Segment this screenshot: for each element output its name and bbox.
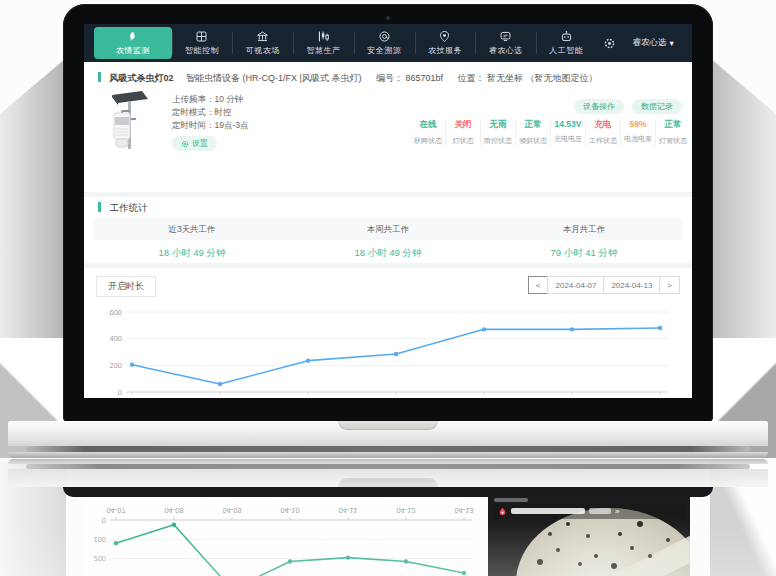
stats-col-header: 本月共工作: [486, 218, 682, 240]
nav-item-label: 睿农心选: [489, 45, 523, 56]
status-value: 正常: [516, 119, 550, 131]
chat-icon: [499, 30, 512, 43]
info-line: 上传频率：10 分钟: [172, 93, 249, 106]
svg-text:200: 200: [93, 554, 106, 563]
data-records-button[interactable]: 数据记录: [632, 99, 682, 114]
nav-item-smart-production[interactable]: 智慧生产: [293, 24, 354, 62]
nav-item-smart-control[interactable]: 智能控制: [172, 24, 233, 62]
status-value: 正常: [656, 119, 690, 131]
svg-text:200: 200: [109, 361, 122, 370]
device-photo: [102, 89, 158, 155]
settings-button-label: 设置: [192, 138, 208, 149]
svg-text:04-07: 04-07: [122, 397, 141, 398]
svg-text:04-13: 04-13: [650, 397, 669, 398]
nav-item-agri-service[interactable]: 农技服务: [415, 24, 476, 62]
camera-caption: »: [493, 504, 685, 519]
nav-item-mall[interactable]: 睿农心选: [475, 24, 536, 62]
status-work: 充电工作状态: [585, 119, 620, 146]
svg-text:04-12: 04-12: [562, 397, 581, 398]
status-lamp: 关闭灯状态: [445, 119, 480, 146]
reflection-screen: 010020004-0704-0804-0904-1004-1104-1204-…: [84, 497, 692, 576]
device-title-row: 风吸式杀虫灯02 智能虫情设备 (HR-CQ-1/FX |风吸式 杀虫灯) 编号…: [84, 62, 692, 89]
status-value: 无雨: [481, 119, 515, 131]
work-stats-values: 18 小时 49 分钟 18 小时 49 分钟 79 小时 41 分钟: [94, 240, 682, 266]
svg-text:04-09: 04-09: [298, 397, 317, 398]
work-stats-header: 近3天共工作 本周共工作 本月共工作: [94, 218, 682, 240]
svg-text:04-12: 04-12: [396, 506, 415, 515]
laptop-base-notch: [338, 421, 438, 430]
device-code-label: 编号：: [376, 73, 403, 83]
svg-text:600: 600: [109, 308, 122, 317]
status-rain: 无雨雨控状态: [480, 119, 515, 146]
svg-text:400: 400: [109, 334, 122, 343]
nav-item-monitoring[interactable]: 农情监测: [94, 27, 172, 59]
svg-text:04-11: 04-11: [339, 506, 358, 515]
robot-icon: [560, 30, 573, 43]
at-icon: [378, 30, 391, 43]
date-range-nav: < 2024-04-07 2024-04-13 >: [529, 276, 680, 294]
device-action-buttons: 设备操作 数据记录: [574, 99, 682, 114]
date-from-field[interactable]: 2024-04-07: [547, 276, 604, 294]
device-operate-button[interactable]: 设备操作: [574, 99, 624, 114]
svg-text:0: 0: [118, 388, 122, 397]
info-line: 定时时间：19点-3点: [172, 119, 249, 132]
work-stats-title: 工作统计: [84, 197, 692, 218]
nav-item-label: 安全溯源: [367, 45, 401, 56]
status-value: 59%: [621, 119, 655, 129]
nav-item-label: 农技服务: [428, 45, 462, 56]
bank-icon: [256, 30, 269, 43]
page: 农情监测 智能控制 可视农场 智慧生产: [0, 0, 776, 576]
webcam-dot-icon: [386, 16, 390, 20]
nav-item-trace-source[interactable]: 安全溯源: [354, 24, 415, 62]
date-prev-button[interactable]: <: [528, 276, 549, 294]
work-stats-section: 工作统计 近3天共工作 本周共工作 本月共工作 18 小时 49 分钟 18 小…: [84, 197, 692, 263]
nav-item-ai[interactable]: 人工智能: [536, 24, 597, 62]
work-stats-title-text: 工作统计: [110, 202, 148, 213]
status-label: 工作状态: [586, 136, 620, 146]
nav-item-visual-farm[interactable]: 可视农场: [232, 24, 293, 62]
svg-text:04-08: 04-08: [210, 397, 229, 398]
tab-duration[interactable]: 开启时长: [96, 276, 156, 297]
info-label: 定时时间：: [172, 120, 215, 130]
status-label: 灯状态: [446, 136, 480, 146]
nav-item-label: 智慧生产: [306, 45, 340, 56]
stats-col-value: 18 小时 49 分钟: [290, 240, 486, 266]
status-label: 雨控状态: [481, 136, 515, 146]
laptop-reflection: 010020004-0704-0804-0904-1004-1104-1204-…: [0, 458, 776, 576]
svg-text:04-11: 04-11: [475, 397, 494, 398]
device-info-list: 上传频率：10 分钟 定时模式：时控 定时时间：19点-3点 设置: [172, 93, 249, 152]
info-value: 19点-3点: [215, 120, 249, 130]
location-pin-icon: [498, 507, 507, 516]
nav-item-label: 智能控制: [185, 45, 219, 56]
title-accent-bar: [98, 202, 101, 212]
dashboard-screen: 农情监测 智能控制 可视农场 智慧生产: [84, 24, 692, 398]
status-value: 在线: [411, 119, 445, 131]
settings-gear-icon[interactable]: [597, 37, 622, 50]
status-value: 关闭: [446, 119, 480, 131]
svg-text:04-10: 04-10: [386, 397, 405, 398]
grid-icon: [195, 30, 208, 43]
status-tube: 正常灯管状态: [655, 119, 690, 146]
svg-text:0: 0: [102, 516, 106, 525]
reflection-line-chart: 010020004-0704-0804-0904-1004-1104-1204-…: [90, 497, 488, 576]
nav-item-label: 人工智能: [549, 45, 583, 56]
device-body: 上传频率：10 分钟 定时模式：时控 定时时间：19点-3点 设置 设备操作 数…: [84, 89, 692, 165]
svg-text:04-08: 04-08: [164, 506, 183, 515]
info-label: 上传频率：: [172, 94, 215, 104]
user-menu-label: 睿农心选: [632, 37, 666, 49]
date-next-button[interactable]: >: [659, 276, 680, 294]
stats-col-value: 79 小时 41 分钟: [486, 240, 682, 266]
stats-col-header: 本周共工作: [290, 218, 486, 240]
gear-icon: [181, 140, 189, 148]
insect-specks: [578, 562, 582, 566]
info-value: 10 分钟: [215, 94, 244, 104]
line-chart: 020040060004-0704-0804-0904-1004-1104-12…: [94, 300, 680, 398]
date-to-field[interactable]: 2024-04-13: [603, 276, 660, 294]
info-value: 时控: [215, 107, 232, 117]
user-menu[interactable]: 睿农心选 ▾: [622, 37, 684, 49]
device-settings-button[interactable]: 设置: [172, 136, 217, 151]
caption-more: »: [615, 508, 619, 516]
status-label: 电池电量: [621, 134, 655, 144]
nav-item-label: 农情监测: [116, 45, 150, 56]
svg-text:04-09: 04-09: [222, 506, 241, 515]
